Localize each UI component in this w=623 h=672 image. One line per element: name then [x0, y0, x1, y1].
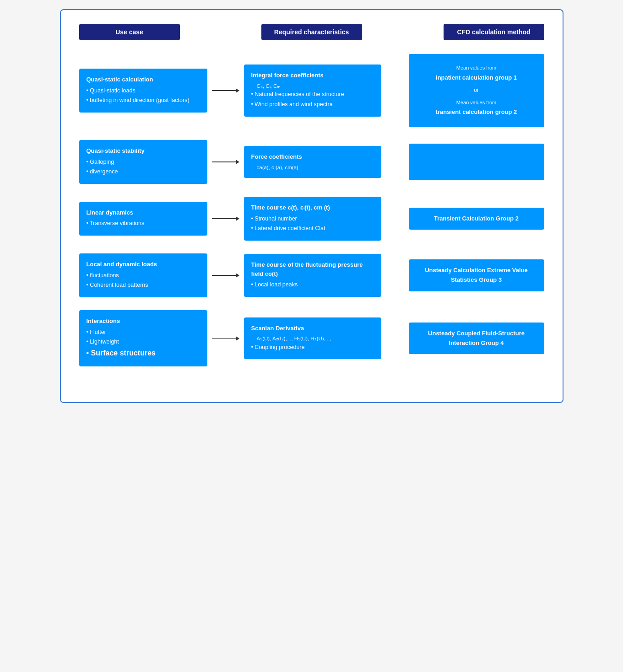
box-force-coefficients: Force coefficients ca(a), c (a), cm(a) — [244, 146, 381, 178]
box-list-4: fluctuations Coherent load patterns — [87, 271, 200, 290]
box-linear-dynamics: Linear dynamics Transverse vibrations — [79, 202, 207, 236]
list-item: Surface structures — [87, 348, 200, 359]
list-item: Natural frequencies of the structure — [251, 90, 374, 99]
col-right-2 — [409, 144, 544, 180]
right-main-4: Unsteady Calculation Extreme Value Stati… — [416, 266, 537, 285]
right-or-1: or — [416, 86, 537, 95]
mid-title-4: Time course of the fluctuating pressure … — [251, 260, 374, 278]
arrow-shape-5 — [212, 336, 239, 341]
arrow-4 — [207, 273, 244, 278]
box-scanlan: Scanlan Derivativa A₁(U), A₂(U),..., H₁(… — [244, 317, 381, 360]
list-item: divergence — [87, 167, 200, 176]
col-left-2: Quasi-static stability Galloping diverge… — [79, 140, 207, 184]
list-item: fluctuations — [87, 271, 200, 280]
right-main-5: Unsteady Coupled Fluid-Structure Interac… — [416, 329, 537, 348]
arrow-line-4 — [212, 275, 236, 276]
mid-list-4: Local load peaks — [251, 280, 374, 289]
arrow-shape-4 — [212, 273, 239, 278]
box-mean-values: Mean values from inpatient calculation g… — [409, 54, 544, 127]
box-list-1: Quasi-static loads buffeting in wind dir… — [87, 86, 200, 105]
header-col1: Use case — [79, 24, 180, 40]
arrow-head-4 — [236, 273, 239, 278]
header-row: Use case Required characteristics CFD ca… — [79, 24, 544, 40]
box-title-3: Linear dynamics — [87, 208, 200, 217]
mid-sub-5: A₁(U), A₂(U),..., H₁(U), H₂(U),..., — [251, 335, 374, 343]
arrow-head-2 — [236, 160, 239, 164]
col-right-5: Unsteady Coupled Fluid-Structure Interac… — [409, 323, 544, 355]
col-mid-4: Time course of the fluctuating pressure … — [244, 254, 381, 297]
right-label1-1: Mean values from — [416, 64, 537, 72]
list-item: Wind profiles and wind spectra — [251, 100, 374, 109]
col-mid-3: Time course c(t), cₗ(t), cm (t) Strouhal… — [244, 197, 381, 241]
header-col3: CFD calculation method — [444, 24, 544, 40]
box-interactions: Interactions Flutter Lightweight Surface… — [79, 310, 207, 366]
right-label2-1: Mean values from — [416, 99, 537, 107]
box-quasi-static-calc: Quasi-static calculation Quasi-static lo… — [79, 69, 207, 113]
col-mid-5: Scanlan Derivativa A₁(U), A₂(U),..., H₁(… — [244, 317, 381, 360]
mid-title-1: Integral force coefficients — [251, 71, 374, 80]
col-mid-2: Force coefficients ca(a), c (a), cm(a) — [244, 146, 381, 178]
list-item: Local load peaks — [251, 280, 374, 289]
box-integral-force: Integral force coefficients Cₓ, Cₗ, Cₘ N… — [244, 65, 381, 116]
main-container: Use case Required characteristics CFD ca… — [60, 9, 563, 403]
arrow-line-2 — [212, 161, 236, 162]
right-main1-1: inpatient calculation group 1 — [416, 73, 537, 83]
mid-title-3: Time course c(t), cₗ(t), cm (t) — [251, 203, 374, 212]
arrow-3 — [207, 216, 244, 221]
mid-title-5: Scanlan Derivativa — [251, 324, 374, 333]
list-item: Strouhal number — [251, 215, 374, 223]
arrow-line-1 — [212, 90, 236, 91]
arrow-shape-3 — [212, 216, 239, 221]
arrow-head-5 — [236, 336, 239, 341]
row-local-dynamic: Local and dynamic loads fluctuations Coh… — [79, 253, 544, 297]
mid-list-3: Strouhal number Lateral drive coefficien… — [251, 215, 374, 233]
arrow-1 — [207, 88, 244, 93]
mid-sub-1: Cₓ, Cₗ, Cₘ — [251, 82, 374, 90]
row-linear-dynamics: Linear dynamics Transverse vibrations Ti… — [79, 197, 544, 241]
col-mid-1: Integral force coefficients Cₓ, Cₗ, Cₘ N… — [244, 65, 381, 116]
list-item: Coupling procedure — [251, 343, 374, 352]
list-item: Flutter — [87, 328, 200, 337]
arrow-head-3 — [236, 216, 239, 221]
box-title-5: Interactions — [87, 317, 200, 326]
col-left-1: Quasi-static calculation Quasi-static lo… — [79, 69, 207, 113]
col-left-5: Interactions Flutter Lightweight Surface… — [79, 310, 207, 366]
list-item: Coherent load patterns — [87, 281, 200, 290]
row-quasi-static-calc: Quasi-static calculation Quasi-static lo… — [79, 54, 544, 127]
list-item: Transverse vibrations — [87, 219, 200, 228]
arrow-line-5 — [212, 338, 236, 339]
box-title-4: Local and dynamic loads — [87, 260, 200, 269]
box-title-1: Quasi-static calculation — [87, 75, 200, 84]
col-right-4: Unsteady Calculation Extreme Value Stati… — [409, 259, 544, 291]
box-unsteady-calc: Unsteady Calculation Extreme Value Stati… — [409, 259, 544, 291]
list-item: Galloping — [87, 158, 200, 167]
mid-sub-2: ca(a), c (a), cm(a) — [251, 164, 374, 172]
box-transient-calc: Transient Calculation Group 2 — [409, 208, 544, 230]
box-time-course-4: Time course of the fluctuating pressure … — [244, 254, 381, 297]
mid-list-1: Natural frequencies of the structure Win… — [251, 90, 374, 109]
list-item: Lateral drive coefficient Clat — [251, 224, 374, 233]
arrow-head-1 — [236, 88, 239, 93]
box-list-3: Transverse vibrations — [87, 219, 200, 228]
box-title-2: Quasi-static stability — [87, 146, 200, 156]
list-item: Quasi-static loads — [87, 86, 200, 95]
arrow-line-3 — [212, 218, 236, 219]
box-unsteady-coupled: Unsteady Coupled Fluid-Structure Interac… — [409, 323, 544, 355]
row-interactions: Interactions Flutter Lightweight Surface… — [79, 310, 544, 366]
list-item: buffeting in wind direction (gust factor… — [87, 96, 200, 105]
row-quasi-static-stability: Quasi-static stability Galloping diverge… — [79, 140, 544, 184]
box-right-2 — [409, 144, 544, 180]
box-time-course-3: Time course c(t), cₗ(t), cm (t) Strouhal… — [244, 197, 381, 241]
box-list-5: Flutter Lightweight Surface structures — [87, 328, 200, 359]
right-main-3: Transient Calculation Group 2 — [416, 214, 537, 224]
header-col2: Required characteristics — [261, 24, 362, 40]
arrow-2 — [207, 160, 244, 164]
col-left-4: Local and dynamic loads fluctuations Coh… — [79, 253, 207, 297]
box-local-dynamic: Local and dynamic loads fluctuations Coh… — [79, 253, 207, 297]
box-quasi-static-stability: Quasi-static stability Galloping diverge… — [79, 140, 207, 184]
list-item: Lightweight — [87, 338, 200, 346]
box-list-2: Galloping divergence — [87, 158, 200, 177]
mid-title-2: Force coefficients — [251, 152, 374, 161]
col-left-3: Linear dynamics Transverse vibrations — [79, 202, 207, 236]
arrow-shape-2 — [212, 160, 239, 164]
